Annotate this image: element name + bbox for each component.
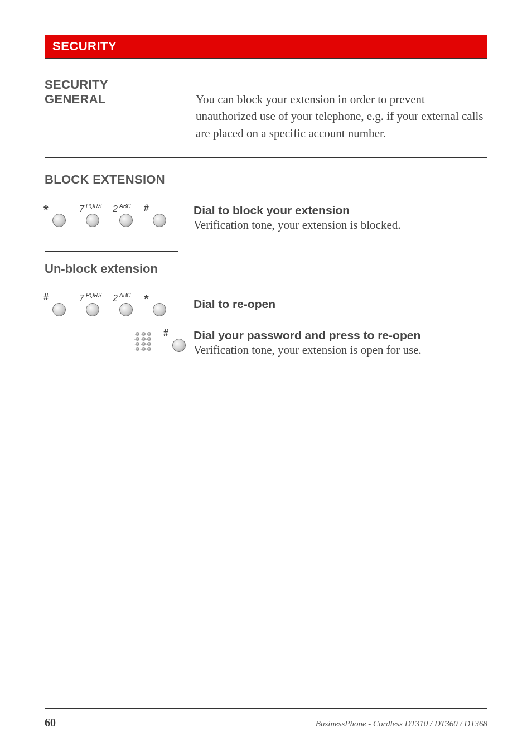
unblock-heading: Un-block extension [45,262,487,276]
block-keys: * 7 PQRS 2 ABC # [45,204,187,227]
keypad-dot [136,347,139,351]
key-circle-icon [52,214,66,227]
keypad-dot [136,342,139,346]
hash-icon: # [43,293,49,302]
key-2: 2 ABC [112,206,133,227]
keypad-dot [136,332,139,336]
keypad-dot [142,337,146,341]
intro-heading-col: SECURITY GENERAL [45,78,187,142]
unblock-row2-title: Dial your password and press to re-open [194,329,487,342]
block-desc: Dial to block your extension Verificatio… [194,204,487,232]
footer-row: 60 BusinessPhone - Cordless DT310 / DT36… [45,716,487,729]
divider-short [45,251,178,252]
key-circle-icon [153,303,166,316]
intro-heading-1: SECURITY [45,78,187,92]
unblock-keys: # 7 PQRS 2 ABC * [45,293,187,316]
unblock-row1: # 7 PQRS 2 ABC * Dial to re-open [45,293,487,316]
unblock-row2-desc: Dial your password and press to re-open … [194,329,487,357]
footer-text: BusinessPhone - Cordless DT310 / DT360 /… [316,719,487,729]
key-circle-icon [119,214,133,227]
intro-body: You can block your extension in order to… [196,91,487,142]
keypad-dot [136,337,139,341]
keypad-icon [136,332,152,351]
key-hash: # [165,331,186,352]
key-circle-icon [119,303,133,316]
block-desc-title: Dial to block your extension [194,204,487,217]
intro-body-col: You can block your extension in order to… [196,78,487,142]
key-star: * [45,206,66,227]
digit-2: 2 [113,205,118,214]
letters-abc: ABC [119,293,131,298]
unblock-row2-keys: # [45,329,187,352]
unblock-row2-body: Verification tone, your extension is ope… [194,343,487,357]
key-hash: # [45,295,66,316]
star-icon: * [43,204,49,216]
key-circle-icon [52,303,66,316]
unblock-row1-title: Dial to re-open [194,297,487,311]
digit-2: 2 [113,294,118,303]
key-circle-icon [153,214,166,227]
digit-7: 7 [79,294,84,303]
intro-heading-2: GENERAL [45,92,187,107]
keypad-dot [142,342,146,346]
keypad-dot [142,347,146,351]
key-circle-icon [86,214,99,227]
unblock-row1-desc: Dial to re-open [194,293,487,311]
section-banner: SECURITY [45,35,487,58]
key-2: 2 ABC [112,295,133,316]
letters-pqrs: PQRS [86,293,101,298]
letters-pqrs: PQRS [86,204,101,209]
footer-divider [45,708,487,709]
star-icon: * [144,293,149,305]
block-ext-heading: BLOCK EXTENSION [45,172,487,187]
digit-7: 7 [79,205,84,214]
unblock-row2: # Dial your password and press to re-ope… [45,329,487,357]
block-desc-body: Verification tone, your extension is blo… [194,218,487,232]
intro-block: SECURITY GENERAL You can block your exte… [45,78,487,142]
page-number: 60 [45,716,56,729]
footer: 60 BusinessPhone - Cordless DT310 / DT36… [45,708,487,729]
hash-icon: # [163,329,168,338]
keypad-dot [147,347,151,351]
keypad-dot [147,342,151,346]
key-hash: # [145,206,166,227]
keypad-dot [147,337,151,341]
key-circle-icon [172,339,186,352]
key-star: * [145,295,166,316]
keypad-dot [142,332,146,336]
key-7: 7 PQRS [78,206,99,227]
hash-icon: # [144,204,149,213]
block-key-row: * 7 PQRS 2 ABC # Dial to block your exte… [45,204,487,232]
divider [45,58,487,59]
letters-abc: ABC [119,204,131,209]
keypad-dot [147,332,151,336]
divider [45,157,487,158]
key-circle-icon [86,303,99,316]
key-7: 7 PQRS [78,295,99,316]
